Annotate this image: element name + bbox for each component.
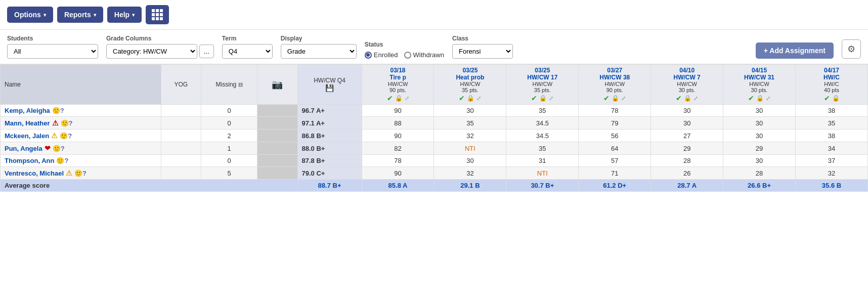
score-cell[interactable]: 32 <box>796 167 868 180</box>
score-cell[interactable]: 30 <box>434 155 506 167</box>
class-select[interactable]: Forensi <box>452 44 513 59</box>
score-cell[interactable]: NTI <box>506 167 579 180</box>
lock-icon: 🔒 <box>684 95 691 102</box>
student-name[interactable]: Mann, Heather ⚠ 🙂? <box>1 117 161 130</box>
table-header-row: Name YOG Missing ⊟ 📷 HW/CW Q4 💾 03/18 Ti… <box>1 65 868 105</box>
gradebook-table-wrapper: Name YOG Missing ⊟ 📷 HW/CW Q4 💾 03/18 Ti… <box>0 64 868 192</box>
alert-icon: ⚠ <box>52 119 59 127</box>
score-cell[interactable]: 37 <box>796 155 868 167</box>
score-cell[interactable]: 30 <box>723 105 796 117</box>
check-icon: ✔ <box>603 94 610 102</box>
filter-bar: Students All Grade Columns Category: HW/… <box>0 30 868 64</box>
withdrawn-radio-circle <box>404 52 411 59</box>
add-assignment-button[interactable]: + Add Assignment <box>756 42 834 59</box>
check-icon: ✔ <box>387 94 393 102</box>
expand-icon: ⤢ <box>621 95 626 102</box>
score-cell[interactable]: 31 <box>506 155 579 167</box>
status-filter: Status Enrolled Withdrawn <box>365 41 444 59</box>
grade-columns-filter: Grade Columns Category: HW/CW ... <box>106 35 214 59</box>
score-cell[interactable]: 32 <box>434 130 506 142</box>
score-cell[interactable]: 90 <box>362 105 434 117</box>
yog-cell <box>161 105 201 117</box>
withdrawn-radio[interactable]: Withdrawn <box>404 51 444 59</box>
enrolled-radio[interactable]: Enrolled <box>365 51 398 59</box>
table-row: Mckeen, Jalen ⚠ 🙂? 2 86.8 B+ 903234.5562… <box>1 130 868 142</box>
col-yog-header: YOG <box>161 65 201 105</box>
score-cell[interactable]: 71 <box>579 167 651 180</box>
score-cell[interactable]: 78 <box>579 105 651 117</box>
score-cell[interactable]: 78 <box>362 155 434 167</box>
score-cell[interactable]: 56 <box>579 130 651 142</box>
student-name[interactable]: Pun, Angela ❤ 🙂? <box>1 142 161 155</box>
score-cell[interactable]: 34.5 <box>506 117 579 130</box>
score-cell[interactable]: 34.5 <box>506 130 579 142</box>
average-row: Average score 88.7 B+ 85.8 A29.1 B30.7 B… <box>1 180 868 192</box>
yog-cell <box>161 155 201 167</box>
avatar-icon: 🙂? <box>52 107 64 114</box>
grid-view-button[interactable] <box>146 5 169 24</box>
score-cell[interactable]: 30 <box>651 105 723 117</box>
students-select[interactable]: All <box>7 44 98 59</box>
score-cell[interactable]: 90 <box>362 130 434 142</box>
score-cell[interactable]: 30 <box>434 105 506 117</box>
gradebook-table: Name YOG Missing ⊟ 📷 HW/CW Q4 💾 03/18 Ti… <box>0 64 868 192</box>
yog-cell <box>161 142 201 155</box>
withdrawn-label: Withdrawn <box>413 51 444 59</box>
display-select[interactable]: Grade <box>281 44 357 59</box>
score-cell[interactable]: 30 <box>651 117 723 130</box>
score-cell[interactable]: 57 <box>579 155 651 167</box>
more-options-button[interactable]: ... <box>199 45 214 58</box>
score-cell[interactable]: 82 <box>362 142 434 155</box>
total-score: 96.7 A+ <box>297 105 362 117</box>
caution-icon: ⚠ <box>51 132 58 140</box>
score-cell[interactable]: 35 <box>506 142 579 155</box>
assign-header-1: 03/25 Heat prob HW/CW 35 pts. ✔ 🔒 ⤢ <box>434 65 506 105</box>
avg-cell: 61.2 D+ <box>579 180 651 192</box>
score-cell[interactable]: 30 <box>723 117 796 130</box>
assign-header-4: 04/10 HW/CW 7 HW/CW 30 pts. ✔ 🔒 ⤢ <box>651 65 723 105</box>
reports-button[interactable]: Reports ▾ <box>57 7 103 23</box>
blank-cell <box>257 167 297 180</box>
score-cell[interactable]: 26 <box>651 167 723 180</box>
assign-header-5: 04/15 HW/CW 31 HW/CW 30 pts. ✔ 🔒 ⤢ <box>723 65 796 105</box>
score-cell[interactable]: 35 <box>796 117 868 130</box>
score-cell[interactable]: 90 <box>362 167 434 180</box>
student-name[interactable]: Mckeen, Jalen ⚠ 🙂? <box>1 130 161 142</box>
score-cell[interactable]: 30 <box>723 155 796 167</box>
student-name-text: Mann, Heather <box>5 119 50 127</box>
total-score: 86.8 B+ <box>297 130 362 142</box>
help-button[interactable]: Help ▾ <box>107 7 142 23</box>
lock-icon: 🔒 <box>832 95 840 102</box>
score-cell[interactable]: 38 <box>796 105 868 117</box>
score-cell[interactable]: 35 <box>434 117 506 130</box>
score-cell[interactable]: 30 <box>723 130 796 142</box>
check-icon: ✔ <box>824 94 830 102</box>
student-name[interactable]: Kemp, Aleigha 🙂? <box>1 105 161 117</box>
score-cell[interactable]: NTI <box>434 142 506 155</box>
score-cell[interactable]: 34 <box>796 142 868 155</box>
grade-columns-select[interactable]: Category: HW/CW <box>106 44 197 59</box>
score-cell[interactable]: 64 <box>579 142 651 155</box>
score-cell[interactable]: 28 <box>723 167 796 180</box>
avatar-icon: 🙂? <box>61 119 73 127</box>
score-cell[interactable]: 32 <box>434 167 506 180</box>
student-name[interactable]: Thompson, Ann 🙂? <box>1 155 161 167</box>
score-cell[interactable]: 79 <box>579 117 651 130</box>
score-cell[interactable]: 35 <box>506 105 579 117</box>
options-button[interactable]: Options ▾ <box>7 7 53 23</box>
table-row: Mann, Heather ⚠ 🙂? 0 97.1 A+ 883534.5793… <box>1 117 868 130</box>
display-filter: Display Grade <box>281 35 357 59</box>
col-name-header: Name <box>1 65 161 105</box>
expand-icon: ⤢ <box>549 95 553 102</box>
total-score: 88.0 B+ <box>297 142 362 155</box>
student-name[interactable]: Ventresco, Michael ⚠ 🙂? <box>1 167 161 180</box>
settings-button[interactable]: ⚙ <box>842 39 861 59</box>
score-cell[interactable]: 27 <box>651 130 723 142</box>
term-select[interactable]: Q4 <box>222 44 273 59</box>
score-cell[interactable]: 29 <box>651 142 723 155</box>
score-cell[interactable]: 28 <box>651 155 723 167</box>
score-cell[interactable]: 38 <box>796 130 868 142</box>
missing-cell: 5 <box>201 167 257 180</box>
score-cell[interactable]: 88 <box>362 117 434 130</box>
score-cell[interactable]: 29 <box>723 142 796 155</box>
